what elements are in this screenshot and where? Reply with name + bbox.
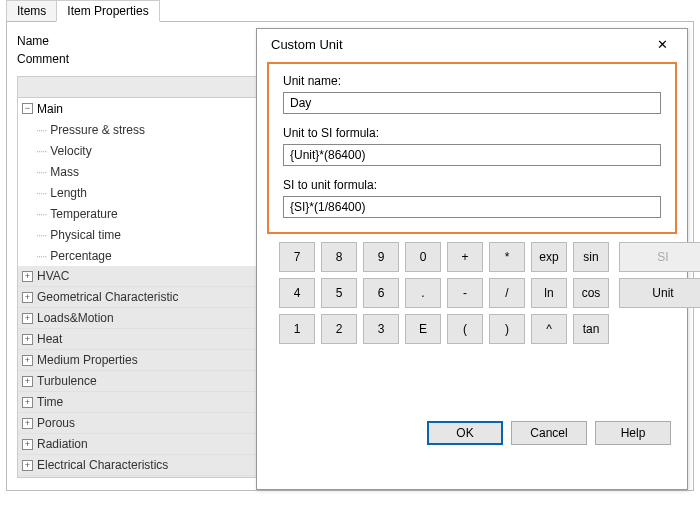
tree-label: Velocity — [50, 144, 91, 158]
keypad: 7 8 9 0 4 5 6 . 1 2 3 E + * - / ( ) exp … — [257, 242, 687, 344]
dialog-titlebar: Custom Unit ✕ — [257, 29, 687, 56]
tree-label: Radiation — [37, 437, 88, 451]
key-si[interactable]: SI — [619, 242, 700, 272]
expand-icon[interactable]: + — [22, 292, 33, 303]
tree-label: Pressure & stress — [50, 123, 145, 137]
tree-label: Mass — [50, 165, 79, 179]
dialog-buttons: OK Cancel Help — [427, 421, 671, 445]
expand-icon[interactable]: + — [22, 355, 33, 366]
key-unit[interactable]: Unit — [619, 278, 700, 308]
key-star[interactable]: * — [489, 242, 525, 272]
tree-label: Temperature — [50, 207, 117, 221]
tree-dots-icon: ····· — [36, 187, 46, 199]
key-minus[interactable]: - — [447, 278, 483, 308]
key-0[interactable]: 0 — [405, 242, 441, 272]
expand-icon[interactable]: + — [22, 271, 33, 282]
close-icon[interactable]: ✕ — [647, 37, 677, 52]
unit-name-label: Unit name: — [283, 74, 661, 88]
tree-dots-icon: ····· — [36, 124, 46, 136]
tab-item-properties[interactable]: Item Properties — [56, 0, 159, 22]
tab-bar: Items Item Properties — [0, 0, 700, 22]
key-tan[interactable]: tan — [573, 314, 609, 344]
key-dot[interactable]: . — [405, 278, 441, 308]
si-to-unit-label: SI to unit formula: — [283, 178, 661, 192]
ok-button[interactable]: OK — [427, 421, 503, 445]
tree-label: Heat — [37, 332, 62, 346]
unit-to-si-input[interactable] — [283, 144, 661, 166]
tree-dots-icon: ····· — [36, 166, 46, 178]
tree-label: Porous — [37, 416, 75, 430]
tab-items[interactable]: Items — [6, 0, 56, 22]
tree-label: Medium Properties — [37, 353, 138, 367]
tree-label: Turbulence — [37, 374, 97, 388]
tree-label: Length — [50, 186, 87, 200]
help-button[interactable]: Help — [595, 421, 671, 445]
cancel-button[interactable]: Cancel — [511, 421, 587, 445]
tree-label: Geometrical Characteristic — [37, 290, 178, 304]
tree-label: Physical time — [50, 228, 121, 242]
expand-icon[interactable]: + — [22, 418, 33, 429]
expand-icon[interactable]: + — [22, 439, 33, 450]
key-8[interactable]: 8 — [321, 242, 357, 272]
tree-dots-icon: ····· — [36, 145, 46, 157]
key-exp[interactable]: exp — [531, 242, 567, 272]
tree-dots-icon: ····· — [36, 229, 46, 241]
key-slash[interactable]: / — [489, 278, 525, 308]
key-9[interactable]: 9 — [363, 242, 399, 272]
key-5[interactable]: 5 — [321, 278, 357, 308]
collapse-icon[interactable]: − — [22, 103, 33, 114]
key-ln[interactable]: ln — [531, 278, 567, 308]
expand-icon[interactable]: + — [22, 397, 33, 408]
custom-unit-dialog: Custom Unit ✕ Unit name: Unit to SI form… — [256, 28, 688, 490]
expand-icon[interactable]: + — [22, 313, 33, 324]
tree-dots-icon: ····· — [36, 208, 46, 220]
highlighted-input-group: Unit name: Unit to SI formula: SI to uni… — [267, 62, 677, 234]
key-lparen[interactable]: ( — [447, 314, 483, 344]
key-1[interactable]: 1 — [279, 314, 315, 344]
key-4[interactable]: 4 — [279, 278, 315, 308]
expand-icon[interactable]: + — [22, 376, 33, 387]
tree-label: HVAC — [37, 269, 69, 283]
unit-name-input[interactable] — [283, 92, 661, 114]
key-7[interactable]: 7 — [279, 242, 315, 272]
key-E[interactable]: E — [405, 314, 441, 344]
tree-label: Loads&Motion — [37, 311, 114, 325]
expand-icon[interactable]: + — [22, 460, 33, 471]
si-to-unit-input[interactable] — [283, 196, 661, 218]
key-rparen[interactable]: ) — [489, 314, 525, 344]
unit-to-si-label: Unit to SI formula: — [283, 126, 661, 140]
tree-label: Electrical Characteristics — [37, 458, 168, 472]
tree-label: Main — [37, 102, 63, 116]
key-sin[interactable]: sin — [573, 242, 609, 272]
tree-label: Percentage — [50, 249, 111, 263]
expand-icon[interactable]: + — [22, 334, 33, 345]
tree-dots-icon: ····· — [36, 250, 46, 262]
key-6[interactable]: 6 — [363, 278, 399, 308]
dialog-title: Custom Unit — [271, 37, 343, 52]
key-2[interactable]: 2 — [321, 314, 357, 344]
tree-label: Time — [37, 395, 63, 409]
key-caret[interactable]: ^ — [531, 314, 567, 344]
key-plus[interactable]: + — [447, 242, 483, 272]
key-cos[interactable]: cos — [573, 278, 609, 308]
key-3[interactable]: 3 — [363, 314, 399, 344]
